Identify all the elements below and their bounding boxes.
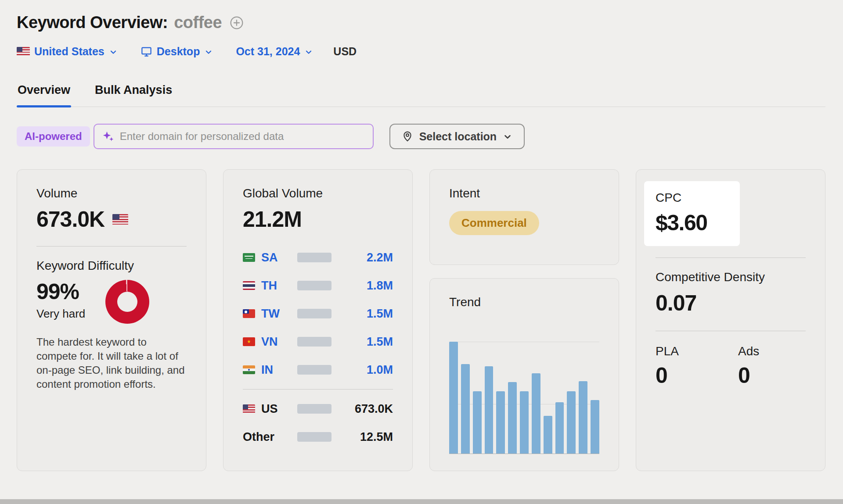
trend-chart — [449, 342, 599, 454]
ads-label: Ads — [738, 344, 806, 358]
country-code-link[interactable]: TW — [261, 307, 280, 321]
chevron-down-icon — [304, 48, 313, 57]
cpc-title: CPC — [656, 191, 728, 205]
divider — [656, 257, 806, 258]
country-row: IN 1.0M — [243, 356, 393, 384]
country-volume-bar — [297, 404, 331, 414]
ai-powered-badge: AI-powered — [17, 126, 90, 147]
trend-bar — [508, 382, 517, 454]
other-label: Other — [243, 430, 274, 444]
ads-value: 0 — [738, 363, 806, 388]
country-volume-value[interactable]: 1.8M — [367, 279, 393, 293]
trend-bar — [591, 400, 599, 454]
divider — [243, 389, 393, 390]
keyword-difficulty-verdict: Very hard — [36, 307, 85, 321]
country-volume-bar — [297, 337, 331, 347]
trend-bar — [555, 402, 564, 454]
country-filter[interactable]: United States — [17, 45, 118, 58]
tab-overview[interactable]: Overview — [17, 83, 71, 107]
trend-bar — [544, 416, 552, 454]
volume-card: Volume 673.0K Keyword Difficulty 99% Ver… — [17, 169, 206, 471]
in-flag-icon — [243, 365, 255, 374]
country-code-link[interactable]: IN — [261, 363, 273, 377]
volume-value: 673.0K — [36, 207, 104, 232]
country-volume-value[interactable]: 1.0M — [367, 363, 393, 377]
country-code-link[interactable]: TH — [261, 279, 277, 293]
filters-bar: United States Desktop Oct 31, 2024 USD — [17, 45, 825, 58]
select-location-button[interactable]: Select location — [389, 124, 525, 149]
country-volume-bar — [297, 281, 331, 290]
global-volume-title: Global Volume — [243, 186, 393, 200]
page-title: Keyword Overview: — [17, 13, 168, 32]
country-code-link[interactable]: VN — [261, 335, 278, 349]
trend-bar — [485, 366, 494, 454]
intent-trend-column: Intent Commercial Trend — [429, 169, 619, 471]
trend-bar — [496, 391, 505, 454]
divider — [656, 331, 806, 331]
page-bottom-edge — [0, 499, 843, 504]
global-volume-card: Global Volume 21.2M SA 2.2M TH 1.8M TW 1… — [223, 169, 413, 471]
cpc-card: CPC $3.60 Competitive Density 0.07 PLA 0… — [636, 169, 825, 471]
country-volume-bar — [297, 309, 331, 318]
country-volume-value[interactable]: 1.5M — [367, 307, 393, 321]
chart-baseline — [449, 454, 599, 454]
trend-bar — [449, 342, 458, 454]
country-row: SA 2.2M — [243, 243, 393, 272]
date-filter[interactable]: Oct 31, 2024 — [236, 45, 313, 58]
country-volume-value[interactable]: 1.5M — [367, 335, 393, 349]
domain-input-wrap — [94, 124, 374, 149]
page-header: Keyword Overview: coffee — [17, 13, 825, 32]
country-volume-list: SA 2.2M TH 1.8M TW 1.5M VN 1.5M — [243, 243, 393, 451]
tab-bulk-analysis[interactable]: Bulk Analysis — [94, 83, 173, 107]
chevron-down-icon — [503, 132, 512, 142]
device-filter[interactable]: Desktop — [140, 45, 213, 58]
intent-title: Intent — [449, 186, 599, 200]
trend-bar — [461, 364, 470, 454]
keyword-overview-page: Keyword Overview: coffee United States D… — [0, 0, 843, 471]
tab-bar: Overview Bulk Analysis — [17, 83, 825, 107]
chevron-down-icon — [109, 48, 118, 57]
us-flag-icon — [243, 404, 255, 413]
keyword-difficulty-title: Keyword Difficulty — [36, 259, 187, 273]
add-keyword-icon[interactable] — [230, 16, 244, 30]
country-volume-bar — [297, 432, 331, 442]
desktop-icon — [140, 46, 152, 57]
trend-bar — [473, 391, 482, 454]
sa-flag-icon — [243, 253, 255, 262]
vn-flag-icon — [243, 337, 255, 346]
keyword-name: coffee — [174, 13, 222, 32]
trend-card: Trend — [429, 278, 619, 471]
us-flag-icon — [17, 47, 30, 56]
global-volume-value: 21.2M — [243, 207, 393, 232]
pla-value: 0 — [656, 363, 738, 388]
tw-flag-icon — [243, 309, 255, 318]
country-row: US 673.0K — [243, 395, 393, 423]
pla-label: PLA — [656, 344, 738, 358]
currency-label: USD — [333, 45, 357, 58]
th-flag-icon — [243, 281, 255, 290]
keyword-difficulty-value: 99% — [36, 279, 85, 304]
intent-card: Intent Commercial — [429, 169, 619, 265]
location-pin-icon — [402, 131, 413, 142]
cpc-highlight-box: CPC $3.60 — [644, 181, 740, 246]
ads-block: Ads 0 — [738, 344, 806, 388]
country-filter-label: United States — [34, 45, 104, 58]
chevron-down-icon — [204, 48, 213, 57]
metrics-grid: Volume 673.0K Keyword Difficulty 99% Ver… — [17, 169, 825, 471]
other-row: Other 12.5M — [243, 423, 393, 451]
country-volume-value: 12.5M — [360, 430, 393, 444]
country-volume-value: 673.0K — [355, 402, 393, 416]
country-code-link[interactable]: SA — [261, 251, 278, 265]
country-volume-bar — [297, 365, 331, 375]
intent-badge[interactable]: Commercial — [449, 211, 539, 235]
us-flag-icon — [112, 214, 128, 225]
pla-ads-row: PLA 0 Ads 0 — [656, 344, 806, 388]
trend-bar — [532, 373, 540, 454]
country-row: TW 1.5M — [243, 300, 393, 328]
personalization-toolbar: AI-powered Select location — [17, 124, 825, 149]
country-volume-value[interactable]: 2.2M — [367, 251, 393, 265]
domain-input[interactable] — [94, 124, 374, 149]
country-code-link[interactable]: US — [261, 402, 278, 416]
divider — [36, 246, 187, 247]
difficulty-donut-chart — [105, 280, 149, 324]
